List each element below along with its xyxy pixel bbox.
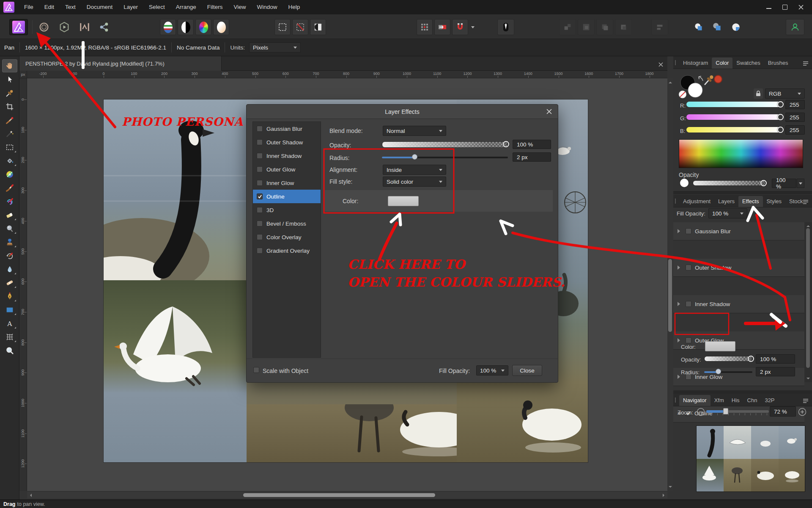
effect-checkbox[interactable] <box>257 234 263 240</box>
opacity-value[interactable]: 100 % <box>513 140 551 149</box>
horizontal-scrollbar[interactable] <box>27 491 667 498</box>
move-by-whole-pixels-icon[interactable] <box>434 19 450 35</box>
auto-colour-icon[interactable] <box>195 19 211 35</box>
blue-slider[interactable] <box>686 127 782 133</box>
green-value[interactable]: 255 <box>785 113 805 122</box>
blue-slider-knob[interactable] <box>777 127 784 133</box>
paint-brush-tool[interactable] <box>2 181 17 194</box>
auto-white-balance-icon[interactable] <box>213 19 229 35</box>
vertical-scrollbar[interactable] <box>667 78 673 491</box>
fill-opacity-select[interactable]: 100 % <box>476 365 508 375</box>
color_panel-tab-histogram[interactable]: Histogram <box>679 58 712 69</box>
undo-brush-tool[interactable] <box>2 249 17 262</box>
outline-opacity-knob[interactable] <box>748 356 754 362</box>
effect-checkbox[interactable] <box>257 126 263 132</box>
panel-effect-outer-shadow[interactable]: Outer Shadow <box>673 259 804 277</box>
assistant-icon[interactable] <box>497 19 514 35</box>
effect-checkbox[interactable] <box>257 207 263 213</box>
green-slider[interactable] <box>686 114 782 120</box>
color_panel-tab-swatches[interactable]: Swatches <box>732 58 764 69</box>
panel-effect-inner-shadow[interactable]: Inner Shadow <box>673 295 804 313</box>
menu-filters[interactable]: Filters <box>202 0 228 14</box>
erase-brush-tool[interactable] <box>2 208 17 221</box>
blur-brush-tool[interactable] <box>2 262 17 276</box>
clone-stamp-tool[interactable] <box>2 235 17 248</box>
effect-checkbox[interactable] <box>257 193 263 199</box>
scale-with-object-checkbox[interactable] <box>253 367 259 373</box>
horizontal-scrollbar-thumb[interactable] <box>243 493 435 497</box>
menu-text[interactable]: Text <box>60 0 81 14</box>
panel-fill-opacity-select[interactable]: 100 % <box>708 208 747 218</box>
develop-persona-icon[interactable] <box>56 19 73 35</box>
effect-checkbox[interactable] <box>257 153 263 159</box>
document-tab[interactable]: PENSTHORPE 2 by David Ryland.jpg [Modifi… <box>19 56 222 71</box>
move-tool[interactable] <box>2 73 17 86</box>
effect-checkbox[interactable] <box>257 221 263 226</box>
panel-menu-icon[interactable] <box>803 398 809 405</box>
navigator_panel-tab-navigator[interactable]: Navigator <box>679 395 710 406</box>
pan-tool[interactable] <box>2 59 17 72</box>
red-value[interactable]: 255 <box>785 100 805 109</box>
red-slider[interactable] <box>686 102 782 107</box>
menu-view[interactable]: View <box>228 0 251 14</box>
outline-radius-value[interactable]: 2 px <box>756 367 795 376</box>
geometry-add-icon[interactable] <box>690 19 707 35</box>
color_panel-tab-color[interactable]: Color <box>712 58 732 69</box>
dialog-close-icon[interactable] <box>546 109 552 116</box>
dialog-effect-outline[interactable]: Outline <box>253 190 321 203</box>
disclosure-triangle-icon[interactable] <box>678 338 682 342</box>
auto-contrast-icon[interactable] <box>178 19 194 35</box>
navigator-thumbnail[interactable] <box>696 425 805 492</box>
geometry-subtract-icon[interactable] <box>709 19 726 35</box>
vertical-scrollbar-thumb[interactable] <box>668 259 672 332</box>
panel-opacity-dot[interactable] <box>680 179 689 187</box>
menu-help[interactable]: Help <box>283 0 305 14</box>
effects_panel-tab-layers[interactable]: Layers <box>714 196 738 207</box>
close-button[interactable]: Close <box>512 365 542 376</box>
crop-tool[interactable] <box>2 100 17 113</box>
blemish-removal-tool[interactable] <box>2 127 17 140</box>
effect-checkbox[interactable] <box>257 166 263 172</box>
navigator_panel-tab-his[interactable]: His <box>728 395 743 406</box>
auto-levels-icon[interactable] <box>160 19 176 35</box>
colour-replacement-brush-tool[interactable] <box>2 195 17 208</box>
dialog-effect-gradient-overlay[interactable]: Gradient Overlay <box>253 244 321 257</box>
rectangle-tool[interactable] <box>2 303 17 316</box>
lock-icon[interactable] <box>754 88 763 99</box>
effect-checkbox[interactable] <box>686 301 691 307</box>
green-slider-knob[interactable] <box>777 114 784 120</box>
new-selection-icon[interactable] <box>274 19 291 35</box>
panel-menu-icon[interactable] <box>803 199 809 206</box>
colour-picker-icon[interactable] <box>703 73 715 86</box>
alignment-select[interactable]: Inside <box>383 165 446 175</box>
menu-arrange[interactable]: Arrange <box>170 0 202 14</box>
color_panel-tab-brushes[interactable]: Brushes <box>764 58 792 69</box>
effects_panel-tab-effects[interactable]: Effects <box>738 196 763 207</box>
disclosure-triangle-icon[interactable] <box>678 229 682 233</box>
zoom-out-icon[interactable] <box>697 408 705 416</box>
export-persona-icon[interactable] <box>96 19 112 35</box>
minimize-icon[interactable] <box>766 6 771 9</box>
mesh-warp-tool[interactable] <box>2 330 17 343</box>
blue-value[interactable]: 255 <box>785 125 805 135</box>
panel-opacity-value[interactable]: 100 % <box>772 179 796 188</box>
effect-checkbox[interactable] <box>686 265 691 271</box>
disclosure-triangle-icon[interactable] <box>678 265 682 270</box>
opacity-slider[interactable] <box>382 141 508 148</box>
effect-checkbox[interactable] <box>257 180 263 186</box>
snapping-options-caret[interactable] <box>469 19 477 35</box>
effects_panel-tab-styles[interactable]: Styles <box>763 196 785 207</box>
blend-mode-select[interactable]: Normal <box>383 126 446 136</box>
effect-checkbox[interactable] <box>257 248 263 254</box>
healing-brush-tool[interactable] <box>2 276 17 289</box>
menu-document[interactable]: Document <box>81 0 118 14</box>
photo-persona-icon[interactable] <box>9 19 28 35</box>
dialog-effect-color-overlay[interactable]: Color Overlay <box>253 230 321 244</box>
navigator_panel-tab-chn[interactable]: Chn <box>743 395 761 406</box>
dialog-effect-outer-glow[interactable]: Outer Glow <box>253 163 321 176</box>
radius-slider-knob[interactable] <box>412 154 417 160</box>
tab-close-icon[interactable] <box>658 61 663 69</box>
dialog-effect-bevel-emboss[interactable]: Bevel / Emboss <box>253 217 321 230</box>
navigator_panel-tab-32p[interactable]: 32P <box>761 395 778 406</box>
effect-checkbox[interactable] <box>686 337 691 343</box>
